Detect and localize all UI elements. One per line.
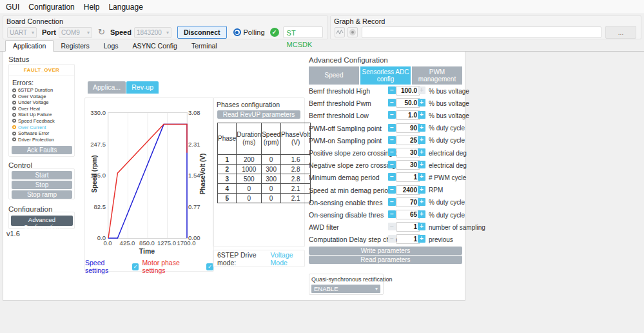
table-cell[interactable]: 2.8 bbox=[281, 174, 311, 184]
table-cell[interactable]: 500 bbox=[237, 174, 262, 184]
disconnect-button[interactable]: Disconnect bbox=[177, 26, 227, 39]
table-cell[interactable]: 0 bbox=[262, 155, 281, 165]
error-label: Speed Feedback bbox=[18, 118, 55, 124]
value-input[interactable]: 25 bbox=[396, 136, 420, 145]
menu-items: GUIConfigurationHelpLanguage bbox=[1, 1, 148, 13]
decrement-button[interactable]: − bbox=[388, 198, 396, 206]
adv-tab-speed[interactable]: Speed bbox=[309, 66, 359, 85]
decrement-button[interactable]: − bbox=[388, 86, 396, 94]
decrement-button[interactable]: − bbox=[388, 173, 396, 181]
value-input[interactable]: 90 bbox=[396, 123, 420, 133]
table-cell[interactable]: 2.8 bbox=[281, 165, 311, 174]
increment-button[interactable]: + bbox=[418, 136, 425, 144]
tab-logs[interactable]: Logs bbox=[97, 41, 126, 51]
table-cell[interactable]: 2 bbox=[218, 165, 237, 174]
record-icon[interactable] bbox=[347, 27, 358, 37]
value-input[interactable]: 70 bbox=[396, 197, 420, 207]
start-button[interactable]: Start bbox=[12, 171, 72, 179]
table-cell[interactable]: 1.6 bbox=[281, 155, 311, 165]
legend-label: Speed settings bbox=[85, 259, 129, 274]
menu-item-gui[interactable]: GUI bbox=[1, 1, 24, 13]
menu-item-help[interactable]: Help bbox=[79, 1, 104, 13]
increment-button[interactable]: + bbox=[418, 173, 425, 181]
param-row-bemf-threshold-high: Bemf threshold High−100.0+% bus voltage bbox=[309, 86, 467, 96]
param-unit: % duty cycle bbox=[429, 137, 465, 144]
value-input[interactable]: 30 bbox=[396, 160, 420, 170]
decrement-button[interactable]: − bbox=[388, 136, 396, 144]
port-select[interactable]: COM9 ▾ bbox=[59, 27, 92, 38]
value-input[interactable]: 1 bbox=[396, 172, 420, 182]
refresh-ports-icon[interactable]: ↻ bbox=[98, 27, 105, 37]
param-unit: % bus voltage bbox=[429, 100, 469, 107]
decrement-button[interactable]: − bbox=[388, 161, 396, 168]
decrement-button[interactable]: − bbox=[388, 99, 396, 106]
adv-tab-sensorless-adc-config[interactable]: Sensorless ADC config bbox=[360, 66, 411, 85]
value-input[interactable]: 30 bbox=[396, 148, 420, 157]
decrement-button[interactable]: − bbox=[388, 186, 396, 194]
legend-checkbox-speed-settings[interactable]: ✓ bbox=[132, 263, 139, 270]
revup-tab-rev-up[interactable]: Rev-up bbox=[126, 81, 159, 94]
increment-button[interactable]: + bbox=[418, 223, 425, 230]
table-cell[interactable]: 2.1 bbox=[281, 184, 311, 194]
table-cell[interactable]: 0 bbox=[237, 194, 262, 203]
table-cell[interactable]: 4 bbox=[218, 184, 237, 194]
param-row-awd-filter: AWD filter−1+number of sampling bbox=[309, 222, 467, 232]
value-input[interactable]: 2400 bbox=[396, 185, 420, 195]
value-input[interactable]: 65 bbox=[396, 210, 420, 219]
increment-button[interactable]: + bbox=[418, 235, 425, 243]
table-cell[interactable]: 1 bbox=[218, 155, 237, 165]
table-cell[interactable]: 0 bbox=[262, 184, 281, 194]
table-cell[interactable]: 0 bbox=[237, 184, 262, 194]
tab-application[interactable]: Application bbox=[5, 40, 54, 52]
table-cell[interactable]: 2.1 bbox=[281, 194, 311, 203]
value-input[interactable]: 1.0 bbox=[396, 110, 420, 120]
increment-button[interactable]: + bbox=[418, 161, 425, 168]
graph-icon[interactable] bbox=[335, 27, 345, 37]
read-parameters-button[interactable]: Read parameters bbox=[309, 256, 462, 264]
increment-button[interactable]: + bbox=[418, 210, 425, 218]
increment-button[interactable]: + bbox=[418, 148, 425, 156]
tab-async-config[interactable]: ASYNC Config bbox=[126, 41, 184, 51]
write-parameters-button[interactable]: Write parameters bbox=[309, 247, 462, 255]
increment-button[interactable]: + bbox=[418, 99, 425, 106]
speed-select[interactable]: 1843200 ▾ bbox=[134, 27, 171, 38]
stop-ramp-button[interactable]: Stop ramp bbox=[12, 190, 72, 199]
table-cell[interactable]: 300 bbox=[262, 165, 281, 174]
polling-radio[interactable] bbox=[233, 28, 241, 36]
browse-more-button[interactable]: ... bbox=[605, 26, 636, 39]
stop-button[interactable]: Stop bbox=[12, 181, 72, 189]
revup-tab-applica[interactable]: Applica... bbox=[88, 81, 126, 94]
table-cell[interactable]: 5 bbox=[218, 194, 237, 203]
quasi-sync-select[interactable]: ENABLE ▾ bbox=[311, 285, 380, 293]
table-cell[interactable]: 3 bbox=[218, 174, 237, 184]
value-input[interactable]: 50.0 bbox=[396, 98, 420, 108]
read-revup-parameters-button[interactable]: Read RevUP parameters bbox=[217, 110, 300, 119]
y-axis-tick: 3.08 bbox=[188, 109, 208, 116]
table-cell[interactable]: 200 bbox=[237, 155, 262, 165]
record-file-input[interactable] bbox=[362, 26, 601, 38]
tab-registers[interactable]: Registers bbox=[54, 41, 96, 51]
increment-button[interactable]: + bbox=[418, 198, 425, 206]
fault-status-text: FAULT_OVER bbox=[9, 67, 74, 76]
bus-select[interactable]: UART ▾ bbox=[7, 27, 37, 38]
ack-faults-button[interactable]: Ack Faults bbox=[12, 146, 72, 154]
decrement-button[interactable]: − bbox=[388, 111, 396, 119]
decrement-button[interactable]: − bbox=[388, 210, 396, 218]
table-cell[interactable]: 1000 bbox=[237, 165, 262, 174]
decrement-button[interactable]: − bbox=[388, 124, 396, 132]
menu-item-configuration[interactable]: Configuration bbox=[24, 1, 79, 13]
tab-terminal[interactable]: Terminal bbox=[184, 41, 224, 51]
value-input[interactable]: 100.0 bbox=[396, 86, 420, 96]
increment-button[interactable]: + bbox=[418, 111, 425, 119]
value-input[interactable]: 1 bbox=[396, 234, 420, 244]
menu-item-language[interactable]: Language bbox=[104, 1, 147, 13]
increment-button[interactable]: + bbox=[418, 124, 425, 132]
value-input[interactable]: 1 bbox=[396, 222, 420, 232]
advanced-configuration-button[interactable]: Advanced Configuration bbox=[11, 216, 73, 226]
port-select-value: COM9 bbox=[61, 29, 80, 36]
increment-button[interactable]: + bbox=[418, 186, 425, 194]
adv-tab-pwm-management[interactable]: PWM management bbox=[412, 66, 462, 85]
decrement-button[interactable]: − bbox=[388, 148, 396, 156]
table-cell[interactable]: 300 bbox=[262, 174, 281, 184]
table-cell[interactable]: 0 bbox=[262, 194, 281, 203]
